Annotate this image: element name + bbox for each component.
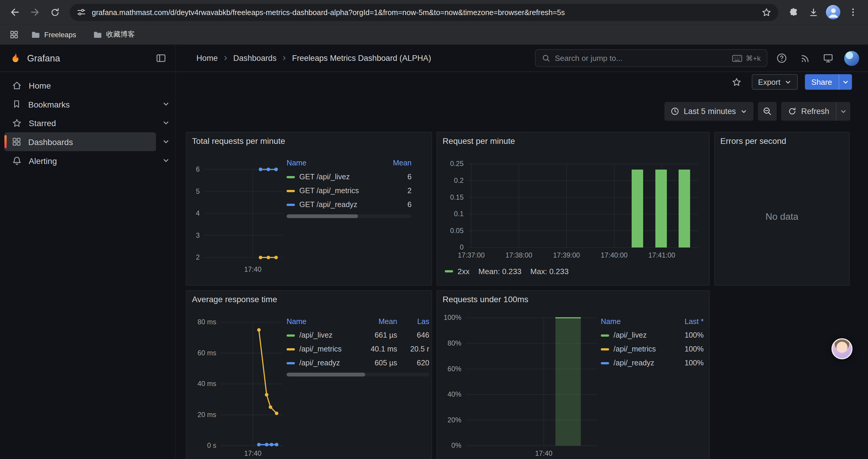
series-color-indicator[interactable] — [286, 176, 295, 178]
export-button[interactable]: Export — [752, 74, 797, 90]
legend-column-header[interactable]: Las — [403, 317, 429, 325]
refresh-interval-chevron[interactable] — [836, 102, 850, 121]
expand-chevron-icon[interactable] — [156, 132, 176, 151]
sidebar-link-bookmarks[interactable]: Bookmarks — [4, 95, 156, 114]
sidebar-link-starred[interactable]: Starred — [4, 113, 156, 132]
sidebar-link-dashboards[interactable]: Dashboards — [4, 132, 156, 151]
legend-column-header[interactable]: Mean — [380, 159, 411, 167]
legend-value: 2 — [380, 187, 411, 195]
panel-title[interactable]: Requests under 100ms — [442, 294, 528, 304]
legend-column-header[interactable]: Name — [601, 317, 668, 325]
bookmark-label: Freeleaps — [44, 30, 76, 38]
bookmark-star-icon[interactable] — [761, 7, 772, 18]
legend-column-header[interactable]: Mean — [363, 317, 397, 325]
series-name[interactable]: /api/_metrics — [299, 345, 342, 353]
dashboard-toolbar: Last 5 minutes Refresh — [176, 102, 868, 121]
time-range-picker[interactable]: Last 5 minutes — [664, 102, 754, 121]
series-name[interactable]: GET /api/_readyz — [299, 201, 357, 209]
user-avatar[interactable] — [843, 49, 860, 67]
panel-title[interactable]: Average response time — [192, 294, 277, 304]
legend-row: /api/_readyz605 µs620 — [286, 356, 429, 370]
zoom-out-button[interactable] — [758, 102, 777, 121]
series-name[interactable]: /api/_livez — [614, 331, 647, 339]
floating-assistant-avatar[interactable] — [831, 338, 852, 359]
bookmark-item[interactable]: Freeleaps — [27, 28, 81, 41]
sidebar-link-home[interactable]: Home — [4, 76, 156, 95]
expand-chevron-icon[interactable] — [156, 95, 176, 114]
series-color-indicator[interactable] — [286, 334, 295, 336]
svg-text:17:40: 17:40 — [244, 266, 261, 273]
series-color-indicator[interactable] — [286, 348, 295, 350]
share-dropdown-chevron[interactable] — [839, 74, 852, 90]
svg-text:0 s: 0 s — [207, 441, 216, 449]
series-name[interactable]: 2xx — [458, 267, 470, 276]
panel-title[interactable]: Request per minute — [442, 136, 515, 145]
panel-total-requests: Total requests per minute 6543217:40 Nam… — [186, 132, 432, 286]
kiosk-monitor-icon[interactable] — [819, 49, 837, 67]
breadcrumb-item-freeleaps-metrics-dashboard-alpha-[interactable]: Freeleaps Metrics Dashboard (ALPHA) — [292, 54, 431, 63]
panel-title[interactable]: Errors per second — [720, 136, 786, 145]
timeseries-chart[interactable]: 6543217:40 — [190, 156, 286, 284]
dock-menu-icon[interactable] — [152, 49, 170, 67]
series-name[interactable]: /api/_metrics — [614, 345, 656, 353]
panel-title[interactable]: Total requests per minute — [192, 136, 285, 145]
grafana-topnav: Grafana HomeDashboardsFreeleaps Metrics … — [0, 45, 868, 72]
favorite-star-icon[interactable] — [728, 73, 745, 90]
clock-icon — [670, 107, 679, 116]
browser-menu-icon[interactable] — [844, 3, 863, 22]
legend-column-header[interactable]: Last * — [673, 317, 704, 325]
folder-icon — [31, 30, 40, 38]
sidebar-link-alerting[interactable]: Alerting — [4, 151, 156, 170]
bell-icon — [11, 155, 22, 166]
chevron-down-icon — [842, 78, 849, 85]
legend-scrollbar[interactable] — [286, 373, 429, 376]
svg-text:0.05: 0.05 — [450, 227, 464, 234]
profile-avatar[interactable] — [824, 3, 843, 22]
series-color-indicator[interactable] — [286, 362, 295, 364]
timeseries-chart[interactable]: 80 ms60 ms40 ms20 ms0 s17:40 — [190, 314, 286, 459]
series-color-indicator[interactable] — [601, 362, 609, 364]
series-color-indicator[interactable] — [601, 334, 609, 336]
series-name[interactable]: /api/_readyz — [299, 359, 340, 367]
bookmark-item[interactable]: 收藏博客 — [88, 27, 139, 42]
sidebar-item-home: Home — [0, 76, 176, 95]
series-color-indicator[interactable] — [286, 203, 295, 205]
search-input[interactable] — [555, 54, 727, 63]
refresh-button-group: Refresh — [781, 102, 850, 121]
search-box[interactable]: ⌘+k — [535, 49, 767, 67]
apps-grid-icon[interactable] — [6, 25, 21, 43]
brand-name[interactable]: Grafana — [27, 53, 147, 64]
expand-chevron-icon[interactable] — [156, 113, 176, 132]
series-name[interactable]: /api/_readyz — [614, 359, 654, 367]
reload-button[interactable] — [45, 3, 64, 22]
series-color-indicator[interactable] — [445, 270, 453, 272]
series-name[interactable]: /api/_livez — [299, 331, 332, 339]
back-button[interactable] — [6, 3, 25, 22]
series-color-indicator[interactable] — [286, 190, 295, 192]
site-settings-icon[interactable] — [76, 7, 86, 17]
grafana-logo[interactable] — [9, 52, 22, 64]
breadcrumb-item-dashboards[interactable]: Dashboards — [234, 54, 277, 63]
breadcrumb-item-home[interactable]: Home — [196, 54, 218, 63]
legend-value: 661 µs — [363, 331, 397, 339]
downloads-icon[interactable] — [804, 3, 823, 22]
url-bar[interactable]: grafana.mathmast.com/d/deytv4rwavabkb/fr… — [70, 4, 778, 21]
help-icon[interactable] — [773, 49, 790, 67]
forward-button[interactable] — [25, 3, 44, 22]
series-color-indicator[interactable] — [601, 348, 609, 350]
legend-scrollbar[interactable] — [286, 214, 411, 218]
share-button[interactable]: Share — [805, 74, 839, 90]
series-name[interactable]: GET /api/_metrics — [299, 187, 359, 195]
series-name[interactable]: GET /api/_livez — [299, 173, 350, 181]
export-label: Export — [758, 77, 780, 86]
refresh-button[interactable]: Refresh — [781, 102, 836, 121]
legend-column-header[interactable]: Name — [286, 317, 358, 325]
legend-column-header[interactable]: Name — [286, 159, 375, 167]
bar-chart[interactable]: 100%80%60%40%20%0%17:40 — [441, 313, 603, 459]
expand-chevron-icon[interactable] — [156, 151, 176, 170]
extensions-icon[interactable] — [784, 3, 803, 22]
news-rss-icon[interactable] — [796, 49, 814, 67]
bar-chart[interactable]: 0.250.20.150.10.05017:37:0017:38:0017:39… — [441, 155, 706, 265]
svg-text:20 ms: 20 ms — [197, 411, 216, 419]
legend-header: NameMeanLas — [286, 314, 429, 328]
